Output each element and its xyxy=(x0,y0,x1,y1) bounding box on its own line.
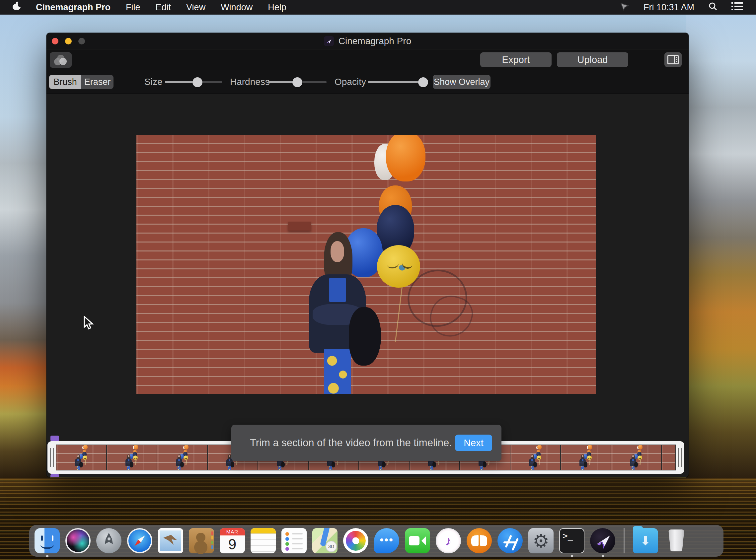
tooltip-text: Trim a section of the video from the tim… xyxy=(231,437,452,449)
timeline-frame[interactable] xyxy=(107,445,157,470)
filters-button[interactable] xyxy=(50,53,72,68)
brush-segment[interactable]: Brush xyxy=(49,75,81,89)
terminal-icon: >_ xyxy=(559,528,584,553)
trash-icon xyxy=(669,529,684,552)
trim-grip-right[interactable] xyxy=(676,447,684,468)
menu-view[interactable]: View xyxy=(186,2,205,13)
dock-messages[interactable] xyxy=(374,528,399,553)
opacity-slider-thumb[interactable] xyxy=(418,77,428,87)
timeline-frame[interactable] xyxy=(56,445,107,470)
zoom-button[interactable] xyxy=(78,38,85,44)
close-button[interactable] xyxy=(52,38,58,44)
timeline-frame[interactable] xyxy=(561,445,611,470)
editing-canvas-area: Trim a section of the video from the tim… xyxy=(46,94,689,477)
sidebar-icon xyxy=(668,55,679,64)
main-toolbar: Export Upload xyxy=(46,50,689,70)
face xyxy=(331,241,344,262)
timeline-frame[interactable] xyxy=(511,445,561,470)
trim-handle-top[interactable] xyxy=(51,436,59,441)
menu-bar: Cinemagraph Pro File Edit View Window He… xyxy=(0,0,756,15)
messages-bubble-icon xyxy=(374,528,399,553)
dock-finder[interactable] xyxy=(35,528,60,553)
dock-separator xyxy=(623,528,624,553)
trim-handle-bottom[interactable] xyxy=(51,474,59,477)
trim-grip-left[interactable] xyxy=(47,447,56,468)
show-overlay-button[interactable]: Show Overlay xyxy=(433,75,491,89)
dock-notes[interactable] xyxy=(251,528,276,553)
dock-terminal[interactable]: >_ xyxy=(559,528,584,553)
timeline-frame[interactable] xyxy=(157,445,208,470)
wallpaper-left-mountain xyxy=(0,15,50,479)
dock-siri[interactable] xyxy=(65,528,91,553)
timeline-frame[interactable] xyxy=(611,445,662,470)
dock-calendar[interactable]: MAR 9 xyxy=(220,528,245,553)
dock-photos[interactable] xyxy=(343,528,369,553)
itunes-note-icon: ♪ xyxy=(436,528,461,553)
brush-eraser-segmented-control: Brush Eraser xyxy=(49,75,114,89)
dock-downloads[interactable]: ⬇ xyxy=(633,528,658,553)
calendar-month: MAR xyxy=(220,528,245,536)
sidebar-toggle-button[interactable] xyxy=(664,53,682,67)
notification-center-icon[interactable] xyxy=(732,2,743,13)
downloads-folder-icon: ⬇ xyxy=(633,528,658,553)
eraser-segment[interactable]: Eraser xyxy=(81,75,114,89)
export-button[interactable]: Export xyxy=(480,53,552,67)
maps-icon: 3D xyxy=(312,528,338,553)
ibooks-icon xyxy=(466,528,492,553)
apple-logo-icon xyxy=(12,1,21,11)
hardness-slider-thumb[interactable] xyxy=(292,77,302,87)
timeline-frame[interactable] xyxy=(662,445,676,470)
opacity-slider[interactable] xyxy=(368,70,425,94)
wall-ledge xyxy=(288,222,311,231)
size-slider-thumb[interactable] xyxy=(193,77,202,87)
status-cursor-icon[interactable] xyxy=(620,1,630,14)
dock-trash[interactable] xyxy=(664,528,689,553)
siri-icon xyxy=(65,528,91,553)
hardness-label: Hardness xyxy=(230,70,270,94)
size-slider[interactable] xyxy=(165,70,222,94)
menubar-clock[interactable]: Fri 10:31 AM xyxy=(643,2,694,13)
menu-window[interactable]: Window xyxy=(221,2,253,13)
next-button[interactable]: Next xyxy=(455,435,492,451)
calendar-day: 9 xyxy=(220,536,245,553)
mouse-cursor xyxy=(83,316,96,332)
dock-mail[interactable] xyxy=(158,528,183,553)
notes-icon xyxy=(251,528,276,553)
dock-system-preferences[interactable]: ⚙ xyxy=(528,528,554,553)
dock-itunes[interactable]: ♪ xyxy=(436,528,461,553)
menu-file[interactable]: File xyxy=(126,2,140,13)
dock-reminders[interactable] xyxy=(281,528,307,553)
hardness-slider[interactable] xyxy=(268,70,326,94)
upload-button[interactable]: Upload xyxy=(557,53,628,67)
coachmark-tooltip: Trim a section of the video from the tim… xyxy=(231,425,501,461)
menubar-app-name[interactable]: Cinemagraph Pro xyxy=(36,2,111,13)
apple-menu[interactable] xyxy=(12,1,21,14)
dock-ibooks[interactable] xyxy=(466,528,492,553)
dock-appstore[interactable] xyxy=(497,528,523,553)
safari-compass-icon xyxy=(127,528,152,553)
photos-flower-icon xyxy=(343,528,369,553)
dock-contacts[interactable] xyxy=(189,528,214,553)
video-frame-canvas[interactable] xyxy=(136,135,596,394)
dock-safari[interactable] xyxy=(127,528,152,553)
app-window: Cinemagraph Pro Export Upload Brush Eras… xyxy=(46,33,689,477)
size-label: Size xyxy=(144,70,162,94)
dock-launchpad[interactable] xyxy=(96,528,121,553)
title-bar[interactable]: Cinemagraph Pro xyxy=(46,33,689,49)
launchpad-rocket-icon xyxy=(96,528,121,553)
dock-facetime[interactable] xyxy=(405,528,430,553)
minimize-button[interactable] xyxy=(65,38,72,44)
spotlight-search-icon[interactable] xyxy=(708,2,717,13)
running-indicator xyxy=(571,555,573,557)
menu-help[interactable]: Help xyxy=(268,2,286,13)
menu-edit[interactable]: Edit xyxy=(156,2,171,13)
finder-icon xyxy=(35,528,60,553)
mail-stamp-icon xyxy=(158,528,183,553)
app-icon xyxy=(324,36,334,46)
blend-circles-icon xyxy=(54,55,67,65)
dock-cinemagraph-pro[interactable] xyxy=(590,528,615,553)
blue-top xyxy=(329,278,346,302)
dock-maps[interactable]: 3D xyxy=(312,528,338,553)
gear-icon: ⚙ xyxy=(528,528,554,553)
balloon-orange-top xyxy=(386,135,425,181)
